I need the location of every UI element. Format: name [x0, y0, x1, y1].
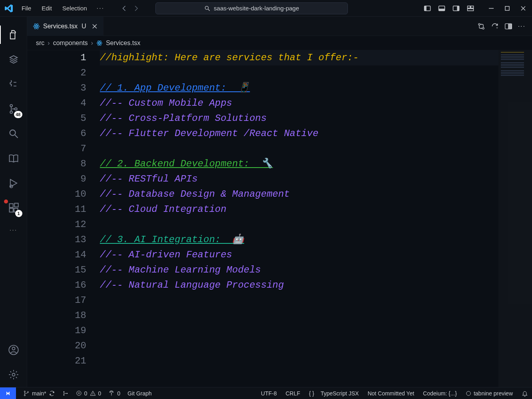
- code-line: //-- Custom Mobile Apps: [100, 98, 232, 109]
- code-line: [100, 293, 498, 308]
- svg-text:+: +: [496, 26, 498, 30]
- editor-area[interactable]: 1 2 3 4 5 6 7 8 9 10 11 12 13 14 15 16 1…: [27, 50, 532, 387]
- toggle-panel-icon[interactable]: [437, 4, 447, 13]
- svg-point-46: [28, 391, 29, 393]
- line-number: 8: [27, 156, 86, 172]
- minimize-icon[interactable]: [487, 4, 495, 12]
- editor-tab-bar: Services.tsx U + ···: [27, 17, 532, 36]
- menu-more[interactable]: ···: [93, 2, 108, 14]
- svg-rect-24: [14, 203, 18, 207]
- minimap[interactable]: [498, 50, 532, 387]
- vscode-logo-icon: [2, 1, 16, 16]
- menu-edit[interactable]: Edit: [37, 2, 57, 14]
- code-line: [100, 354, 498, 369]
- split-editor-icon[interactable]: [504, 22, 512, 30]
- line-number: 1: [27, 50, 86, 65]
- status-language-label: TypeScript JSX: [321, 390, 359, 397]
- svg-point-49: [66, 393, 67, 394]
- toggle-secondary-sidebar-icon[interactable]: [451, 4, 461, 13]
- line-number: 17: [27, 293, 86, 308]
- svg-point-16: [10, 111, 12, 113]
- menu-selection[interactable]: Selection: [58, 2, 92, 14]
- close-icon[interactable]: [519, 4, 527, 12]
- tab-services-tsx[interactable]: Services.tsx U: [27, 17, 103, 36]
- main-content: 48 1 ···: [0, 17, 532, 387]
- status-notifications-icon[interactable]: [522, 390, 528, 397]
- status-encoding[interactable]: UTF-8: [261, 390, 277, 397]
- status-eol[interactable]: CRLF: [286, 390, 300, 397]
- code-line: // 2. Backend Development: 🔧: [100, 158, 273, 169]
- menu-bar: File Edit Selection ···: [17, 2, 108, 14]
- menu-file[interactable]: File: [17, 2, 36, 14]
- code-line: //-- Cross-Platform Solutions: [100, 113, 267, 124]
- svg-point-34: [478, 23, 480, 25]
- status-commit[interactable]: Not Committed Yet: [367, 390, 414, 397]
- nav-back-icon[interactable]: [120, 5, 127, 12]
- status-ports-count: 0: [117, 390, 120, 397]
- activity-run-debug-icon[interactable]: [0, 171, 27, 196]
- status-gitgraph[interactable]: Git Graph: [127, 390, 152, 397]
- status-warnings-count: 0: [98, 390, 101, 397]
- code-line: [100, 323, 498, 338]
- breadcrumb-src[interactable]: src: [36, 40, 44, 47]
- activity-source-control-icon[interactable]: 48: [0, 97, 27, 121]
- command-center-search[interactable]: saas-website-dark-landing-page: [155, 2, 348, 14]
- activity-extensions-badge: 1: [15, 210, 22, 217]
- toggle-primary-sidebar-icon[interactable]: [423, 4, 432, 13]
- sync-icon[interactable]: [49, 390, 55, 397]
- code-line: //-- AI-driven Features: [100, 249, 232, 260]
- status-branch[interactable]: main*: [23, 390, 55, 397]
- line-number: 4: [27, 96, 86, 111]
- status-bar: main* 0 0 0 Git Graph UTF-8 CRLF { } Typ…: [0, 387, 532, 399]
- code-line: //-- Cloud Integration: [100, 204, 226, 215]
- activity-explorer-icon[interactable]: [0, 22, 27, 47]
- activity-book-icon[interactable]: [0, 146, 27, 171]
- status-graph-icon[interactable]: [62, 390, 69, 397]
- activity-accounts-icon[interactable]: [0, 338, 27, 362]
- activity-more-icon[interactable]: ···: [10, 220, 17, 240]
- customize-layout-icon[interactable]: [466, 4, 475, 13]
- editor-more-actions-icon[interactable]: ···: [518, 23, 526, 30]
- code-line: // 1. App Development: 📱: [100, 83, 250, 93]
- code-line: //-- Database Design & Management: [100, 189, 290, 200]
- remote-indicator-icon[interactable]: [0, 387, 16, 399]
- line-number: 7: [27, 141, 86, 156]
- status-problems[interactable]: 0 0: [76, 390, 101, 397]
- status-bar-right: UTF-8 CRLF { } TypeScript JSX Not Commit…: [261, 390, 528, 397]
- chevron-right-icon: ›: [91, 40, 93, 47]
- status-tabnine[interactable]: tabnine preview: [466, 390, 513, 397]
- status-language[interactable]: { } TypeScript JSX: [309, 390, 359, 397]
- nav-forward-icon[interactable]: [133, 5, 140, 12]
- status-errors-count: 0: [84, 390, 87, 397]
- activity-extensions-icon[interactable]: 1: [0, 196, 27, 220]
- svg-rect-5: [439, 8, 445, 10]
- status-ports[interactable]: 0: [108, 390, 120, 397]
- activity-outline-icon[interactable]: [0, 72, 27, 97]
- svg-rect-39: [508, 24, 512, 29]
- git-compare-icon[interactable]: [477, 22, 485, 30]
- svg-point-35: [482, 27, 484, 29]
- command-center-text: saas-website-dark-landing-page: [214, 5, 299, 12]
- refresh-icon[interactable]: +: [491, 22, 499, 30]
- status-codeium[interactable]: Codeium: {...}: [423, 390, 457, 397]
- react-icon: [96, 40, 103, 46]
- window-controls: [487, 4, 527, 12]
- breadcrumb: src › components › Services.tsx: [27, 36, 532, 50]
- breadcrumb-components[interactable]: components: [53, 40, 88, 47]
- search-icon: [204, 5, 210, 12]
- code-text[interactable]: //highlight: Here are services that I of…: [97, 50, 498, 387]
- activity-project-icon[interactable]: [0, 47, 27, 72]
- tab-close-icon[interactable]: [92, 24, 97, 29]
- line-number: 21: [27, 354, 86, 369]
- svg-point-45: [24, 395, 26, 396]
- svg-rect-12: [505, 6, 509, 10]
- line-number: 2: [27, 65, 86, 81]
- breadcrumb-file[interactable]: Services.tsx: [106, 40, 140, 47]
- activity-settings-icon[interactable]: [0, 362, 27, 387]
- activity-search-icon[interactable]: [0, 121, 27, 146]
- maximize-icon[interactable]: [503, 4, 511, 12]
- status-branch-label: main*: [32, 390, 46, 397]
- code-line: //-- Flutter Development /React Native: [100, 128, 318, 139]
- svg-point-17: [14, 108, 17, 110]
- status-tabnine-label: tabnine preview: [474, 390, 513, 397]
